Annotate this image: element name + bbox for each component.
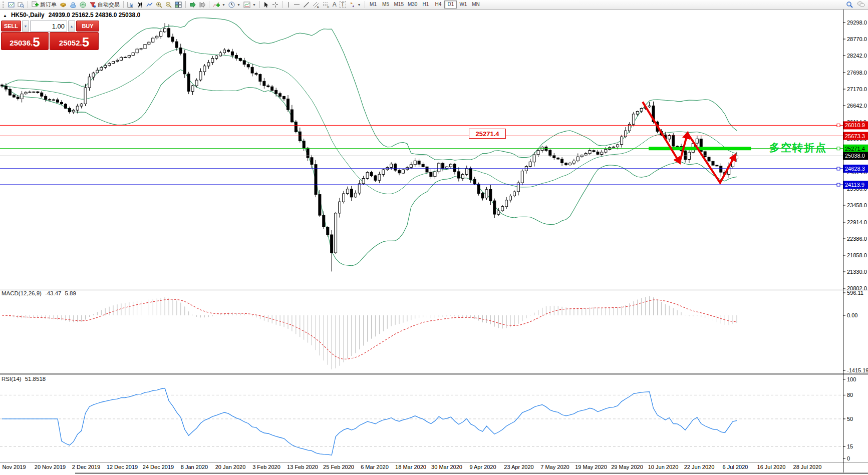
toolbar-separator: [365, 1, 365, 8]
timeframe-d1[interactable]: D1: [444, 1, 457, 9]
horizontal-line-icon: [294, 2, 300, 8]
turning-point-note[interactable]: 多空转折点: [769, 141, 827, 155]
macd-axis: 596.110.00-1415.19: [843, 290, 868, 373]
price-tick: 28242.0: [847, 53, 867, 59]
timeframe-h4[interactable]: H4: [432, 1, 444, 9]
support-highlight-bar[interactable]: [649, 147, 751, 150]
text-label-tool[interactable]: T: [338, 1, 348, 9]
new-order-icon: [32, 1, 39, 8]
periods-button[interactable]: ▼: [227, 1, 242, 9]
auto-scroll-button[interactable]: [188, 1, 197, 9]
buy-price-display[interactable]: 25052.5: [50, 32, 99, 50]
date-tick: 29 May 2020: [611, 464, 643, 470]
sell-price-big-digit: 5: [33, 36, 40, 49]
level-text-label-25271[interactable]: 25271.4: [469, 129, 506, 139]
rsi-tick: 100: [847, 376, 856, 382]
toolbar-separator: [28, 1, 28, 8]
timeframe-h1[interactable]: H1: [419, 1, 432, 9]
cursor-tool-button[interactable]: [262, 1, 270, 9]
navigator-button[interactable]: [78, 1, 88, 9]
level-price-labels: 26010.925673.325271.425038.024628.324113…: [837, 121, 868, 189]
date-tick: 20 Jan 2020: [215, 464, 246, 470]
macd-signal-line: [2, 299, 737, 359]
profiles-button[interactable]: [16, 1, 26, 9]
arrows-tool[interactable]: ▼: [348, 1, 363, 9]
macd-signal-value: 5.89: [65, 290, 76, 296]
trendline-tool[interactable]: [302, 1, 311, 9]
vertical-line-icon: [286, 2, 291, 8]
vertical-line-tool[interactable]: [284, 1, 292, 9]
zoom-in-button[interactable]: [154, 1, 164, 9]
rsi-value: 51.8518: [25, 376, 46, 382]
new-order-button[interactable]: 新订单: [30, 1, 58, 9]
chart-ohlc-readout: 24939.0 25162.5 24836.0 25038.0: [49, 12, 141, 19]
volume-input[interactable]: [30, 21, 67, 32]
price-tick: 27170.0: [847, 86, 867, 92]
line-chart-button[interactable]: [145, 1, 154, 9]
new-chart-icon: [8, 2, 15, 8]
bar-chart-icon: [127, 2, 134, 8]
toolbar-separator: [209, 1, 209, 8]
macd-tick: 0.00: [847, 312, 857, 318]
tile-windows-icon: [175, 2, 182, 8]
indicators-button[interactable]: ▼: [211, 1, 227, 9]
level-price-label: 25271.4: [845, 146, 865, 152]
data-window-button[interactable]: [68, 1, 78, 9]
autotrading-button[interactable]: 自动交易: [88, 1, 121, 9]
date-tick: 24 Dec 2019: [143, 464, 174, 470]
line-drag-handle[interactable]: [837, 147, 840, 150]
crosshair-tool-button[interactable]: [270, 1, 280, 9]
cursor-icon: [263, 2, 269, 8]
templates-button[interactable]: ▼: [242, 1, 257, 9]
chart-expand-icon[interactable]: ▲: [3, 14, 7, 18]
chart-shift-button[interactable]: [197, 1, 207, 9]
sell-button[interactable]: SELL: [1, 21, 21, 32]
timeframe-m1[interactable]: M1: [367, 1, 380, 9]
timeframe-m15[interactable]: M15: [392, 1, 406, 9]
auto-scroll-icon: [189, 2, 196, 8]
tile-windows-button[interactable]: [173, 1, 183, 9]
search-icon[interactable]: [846, 1, 853, 9]
channel-tool[interactable]: E: [311, 1, 321, 9]
line-drag-handle[interactable]: [837, 167, 840, 170]
rsi-axis: 1008050150: [843, 376, 856, 461]
buy-price-int: 25052.: [59, 38, 82, 49]
date-tick: 25 Feb 2020: [323, 464, 354, 470]
level-price-label: 24628.3: [845, 166, 865, 172]
line-drag-handle[interactable]: [837, 124, 840, 127]
toolbar-separator: [123, 1, 124, 8]
svg-text:F: F: [327, 5, 329, 8]
date-tick: 6 Jul 2020: [723, 464, 748, 470]
candle-chart-button[interactable]: [135, 1, 145, 9]
date-tick: 22 Jun 2020: [684, 464, 715, 470]
timeframe-mn[interactable]: MN: [469, 1, 482, 9]
horizontal-line-tool[interactable]: [292, 1, 302, 9]
volume-increase-button[interactable]: ▲: [68, 21, 75, 32]
timeframe-w1[interactable]: W1: [457, 1, 469, 9]
timeframe-m30[interactable]: M30: [406, 1, 419, 9]
sell-price-display[interactable]: 25036.5: [1, 32, 49, 50]
date-tick: 7 May 2020: [540, 464, 569, 470]
macd-tick: -1415.19: [847, 367, 868, 373]
line-drag-handle[interactable]: [837, 183, 840, 186]
new-chart-button[interactable]: [7, 1, 16, 9]
date-tick: 9 Apr 2020: [469, 464, 496, 470]
fibonacci-tool[interactable]: F: [321, 1, 331, 9]
volume-decrease-button[interactable]: ▼: [22, 21, 29, 32]
timeframe-m5[interactable]: M5: [380, 1, 392, 9]
macd-value: -43.47: [45, 290, 62, 296]
bar-chart-button[interactable]: [126, 1, 135, 9]
text-tool-icon: A: [333, 1, 337, 8]
trendline-icon: [303, 2, 310, 8]
zoom-out-button[interactable]: [164, 1, 173, 9]
toolbar-separator: [259, 1, 260, 8]
toolbar-separator: [185, 1, 186, 8]
one-click-trading-panel: SELL ▼ ▲ BUY 25036.5 25052.5: [1, 21, 99, 50]
chat-icon[interactable]: [857, 1, 865, 9]
market-watch-button[interactable]: [58, 1, 68, 9]
macd-histogram: [2, 296, 737, 369]
rsi-label: RSI(14): [2, 376, 22, 382]
date-tick: 3 Feb 2020: [252, 464, 280, 470]
buy-button[interactable]: BUY: [76, 21, 99, 32]
text-tool[interactable]: A: [331, 1, 338, 9]
